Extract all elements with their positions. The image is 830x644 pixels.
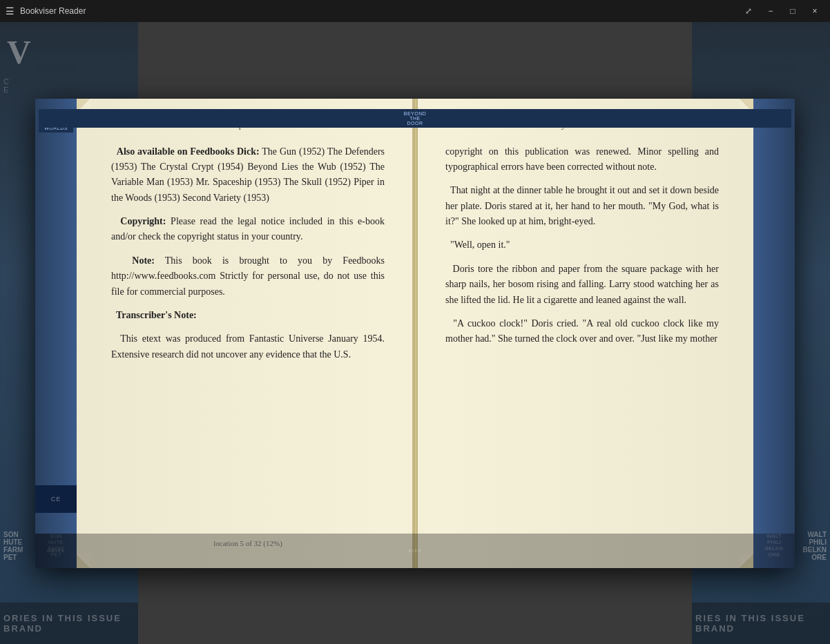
right-page-content: copyright on this publication was renewe… <box>445 144 719 547</box>
maximize-button[interactable]: □ <box>783 1 802 21</box>
window-controls: ⤢ − □ × <box>739 1 824 21</box>
left-para-5: This etext was produced from Fantastic U… <box>111 331 385 362</box>
title-bar: ☰ Bookviser Reader ⤢ − □ × <box>0 0 830 22</box>
copyright-label: Copyright: <box>120 216 166 226</box>
note-label: Note: <box>132 255 155 266</box>
right-para-5: "A cuckoo clock!" Doris cried. "A real o… <box>445 316 719 347</box>
left-para-1: Also available on Feedbooks Dick: The Gu… <box>111 144 385 206</box>
right-page: Beyond the Door copyright on this public… <box>418 99 753 568</box>
close-button[interactable]: × <box>805 1 824 21</box>
main-area: V CE SONHUTEFARMPET ORIES IN THIS ISSUE … <box>0 22 830 644</box>
left-page-content: Also available on Feedbooks Dick: The Gu… <box>111 144 385 532</box>
book-left-edge: THEWAROF THEWORLDS CE SONHUTEFARMPET ORI… <box>35 99 77 568</box>
menu-icon[interactable]: ☰ <box>6 6 15 17</box>
book: THEWAROF THEWORLDS CE SONHUTEFARMPET ORI… <box>35 99 795 568</box>
available-label: Also available on Feedbooks Dick: <box>117 146 260 157</box>
left-page: Philip K. Dick Also available on Feedboo… <box>77 99 414 568</box>
app-title: Bookviser Reader <box>20 6 86 16</box>
right-para-1: copyright on this publication was renewe… <box>445 144 719 175</box>
left-para-2: Copyright: Please read the legal notice … <box>111 214 385 245</box>
right-para-3: "Well, open it." <box>445 237 719 253</box>
book-right-edge: BEYONDTHEDOOR WALTPHILIBELKNORE RIES <box>753 99 795 568</box>
bg-right-strip-text: RIES IN THIS ISSUE BRAND <box>692 613 830 634</box>
minimize-button[interactable]: − <box>761 1 780 21</box>
bg-left-strip-text: ORIES IN THIS ISSUE BRAND <box>0 613 138 634</box>
title-bar-left: ☰ Bookviser Reader <box>6 6 86 17</box>
transcriber-label: Transcriber's Note: <box>116 310 197 320</box>
right-para-2: That night at the dinner table he brough… <box>445 183 719 229</box>
left-para-4: Transcriber's Note: <box>111 308 385 323</box>
expand-button[interactable]: ⤢ <box>739 1 758 21</box>
right-para-4: Doris tore the ribbon and paper from the… <box>445 262 719 308</box>
left-para-3: Note: This book is brought to you by Fee… <box>111 253 385 300</box>
right-edge-label: BEYONDTHEDOOR <box>753 109 791 128</box>
